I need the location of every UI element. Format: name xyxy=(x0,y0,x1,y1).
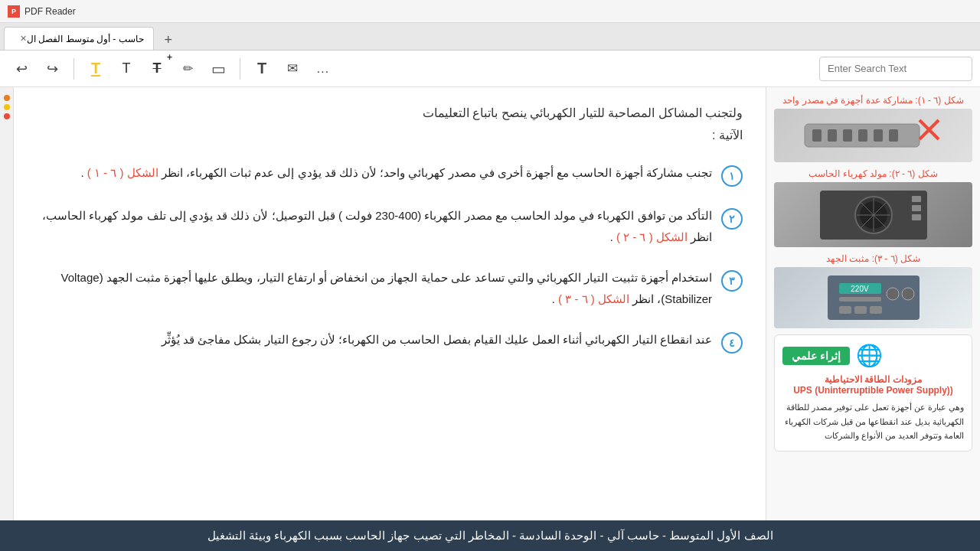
section-2-text: التأكد من توافق الكهرباء في مولد الحاسب … xyxy=(37,205,712,249)
toolbar: ↩ ↪ T T T+ ✏ ▭ T ✉ ... xyxy=(0,51,980,87)
section-1: ١ تجنب مشاركة أجهزة الحاسب مع أجهزة أخرى… xyxy=(37,162,743,187)
svg-rect-18 xyxy=(912,214,921,220)
svg-rect-25 xyxy=(839,306,851,314)
main-layout: ولتجنب المشاكل المصاحبة للتيار الكهربائي… xyxy=(0,87,980,520)
psu-svg xyxy=(797,184,950,246)
figure-2-image xyxy=(774,182,972,247)
svg-rect-1 xyxy=(812,129,822,142)
svg-rect-6 xyxy=(889,129,898,142)
enrichment-header: إثراء علمي 🌐 xyxy=(782,343,964,368)
svg-rect-4 xyxy=(858,129,867,142)
section-1-number: ١ xyxy=(721,165,743,187)
tab-bar: حاسب - أول متوسط الفصل ال ✕ + xyxy=(0,23,980,51)
svg-point-24 xyxy=(902,288,914,300)
toolbar-separator-1 xyxy=(74,58,74,80)
intro-text: ولتجنب المشاكل المصاحبة للتيار الكهربائي… xyxy=(37,103,743,147)
status-bar: الصف الأول المتوسط - حاسب آلي - الوحدة ا… xyxy=(0,520,980,551)
tab-close-button[interactable]: ✕ xyxy=(20,34,27,44)
section-3-text: استخدام أجهزة تثبيت التيار الكهربائي وال… xyxy=(37,267,712,311)
power-strip-svg xyxy=(797,112,950,158)
toolbar-separator-2 xyxy=(240,58,240,80)
svg-rect-2 xyxy=(828,129,837,142)
vreg-svg: 220V xyxy=(797,269,950,327)
svg-rect-27 xyxy=(870,306,882,314)
text-button[interactable]: T xyxy=(113,55,140,83)
section-4: ٤ عند انقطاع التيار الكهربائي أثناء العم… xyxy=(37,329,743,354)
stamp-button[interactable]: ▭ xyxy=(204,55,232,83)
section-3-link: الشكل ( ٦ - ٣ ) xyxy=(558,292,629,305)
text-cross-button[interactable]: T+ xyxy=(143,55,171,83)
right-panel: شكل (٦ - ١): مشاركة عدة أجهزة في مصدر وا… xyxy=(766,87,980,520)
enrichment-subtitle2: ((UPS (Uninterruptible Power Supply xyxy=(782,385,964,396)
figure-1-image xyxy=(774,109,972,162)
svg-rect-5 xyxy=(874,129,883,142)
svg-rect-17 xyxy=(912,205,921,211)
section-3: ٣ استخدام أجهزة تثبيت التيار الكهربائي و… xyxy=(37,267,743,311)
enrichment-box: إثراء علمي 🌐 مزودات الطاقة الاحتياطية ((… xyxy=(774,334,972,452)
section-4-text: عند انقطاع التيار الكهربائي أثناء العمل … xyxy=(37,329,712,351)
svg-rect-16 xyxy=(912,196,921,202)
sidebar-dot-orange[interactable] xyxy=(4,95,10,101)
search-box[interactable] xyxy=(819,57,972,81)
figure-3-label: شكل (٦ - ٣): مثبت الجهد xyxy=(774,253,972,264)
section-2: ٢ التأكد من توافق الكهرباء في مولد الحاس… xyxy=(37,205,743,249)
intro-line2: الآتية : xyxy=(37,125,743,147)
envelope-button[interactable]: ✉ xyxy=(279,55,306,83)
section-2-link: الشكل ( ٦ - ٢ ) xyxy=(616,230,688,243)
enrichment-title: مزودات الطاقة الاحتياطية ((UPS (Uninterr… xyxy=(782,374,964,396)
svg-point-23 xyxy=(887,288,899,300)
app-icon: P xyxy=(8,5,20,18)
redo-button[interactable]: ↪ xyxy=(38,55,66,83)
section-1-text: تجنب مشاركة أجهزة الحاسب مع أجهزة أخرى ف… xyxy=(37,162,712,184)
svg-rect-26 xyxy=(854,306,867,314)
figure-1-label: شكل (٦ - ١): مشاركة عدة أجهزة في مصدر وا… xyxy=(774,95,972,106)
enrichment-body: وهي عبارة عن أجهزة تعمل على توفير مصدر ل… xyxy=(782,400,964,443)
app-title: PDF Reader xyxy=(24,6,76,17)
figure-2-label: شكل (٦ - ٢): مولد كهرباء الحاسب xyxy=(774,168,972,179)
tab-document[interactable]: حاسب - أول متوسط الفصل ال ✕ xyxy=(4,27,154,50)
undo-button[interactable]: ↩ xyxy=(8,55,35,83)
section-3-number: ٣ xyxy=(721,270,743,292)
section-2-number: ٢ xyxy=(721,208,743,230)
intro-line1: ولتجنب المشاكل المصاحبة للتيار الكهربائي… xyxy=(37,103,743,125)
title-bar: P PDF Reader xyxy=(0,0,980,23)
figure-3-image: 220V xyxy=(774,267,972,328)
power-strip-graphic xyxy=(797,109,950,162)
enrichment-button[interactable]: إثراء علمي xyxy=(782,347,850,365)
pdf-page: ولتجنب المشاكل المصاحبة للتيار الكهربائي… xyxy=(14,87,766,520)
enrichment-subtitle: مزودات الطاقة الاحتياطية xyxy=(782,374,964,385)
left-sidebar xyxy=(0,87,14,520)
text2-button[interactable]: T xyxy=(248,55,276,83)
highlight-text-button[interactable]: T xyxy=(82,55,109,83)
svg-text:220V: 220V xyxy=(851,285,869,293)
tab-label: حاسب - أول متوسط الفصل ال xyxy=(27,34,144,44)
sidebar-dot-red[interactable] xyxy=(4,113,10,119)
more-button[interactable]: ... xyxy=(309,55,337,83)
pencil-button[interactable]: ✏ xyxy=(174,55,201,83)
status-text: الصف الأول المتوسط - حاسب آلي - الوحدة ا… xyxy=(207,529,773,543)
svg-rect-3 xyxy=(843,129,852,142)
section-4-number: ٤ xyxy=(721,332,743,354)
globe-icon: 🌐 xyxy=(856,343,883,368)
pdf-area: ولتجنب المشاكل المصاحبة للتيار الكهربائي… xyxy=(14,87,980,520)
tab-add-button[interactable]: + xyxy=(157,30,180,50)
svg-rect-22 xyxy=(839,297,881,302)
section-1-link: الشكل ( ٦ - ١ ) xyxy=(87,166,158,179)
search-input[interactable] xyxy=(828,63,964,74)
sidebar-dot-yellow[interactable] xyxy=(4,104,10,110)
